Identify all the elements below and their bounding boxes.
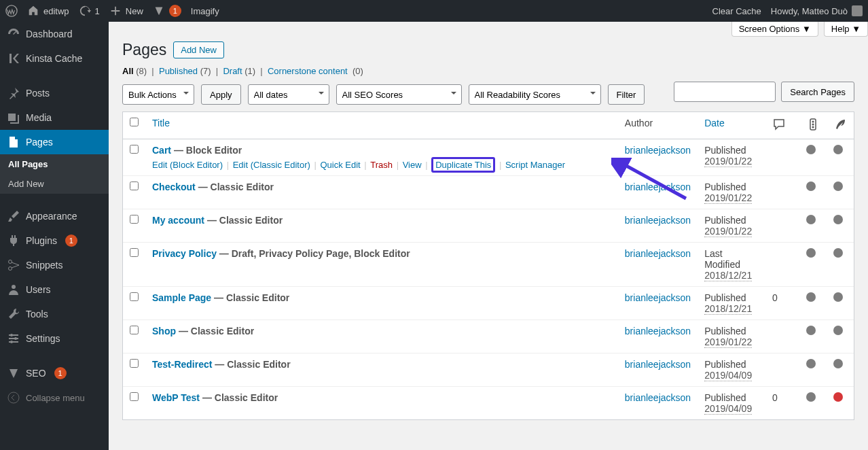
row-checkbox[interactable] xyxy=(130,292,139,301)
updates-link[interactable]: 1 xyxy=(79,5,100,17)
traffic-icon xyxy=(806,118,820,131)
menu-plugins[interactable]: Plugins1 xyxy=(0,228,109,253)
filter-button[interactable]: Filter xyxy=(608,84,645,105)
comments-cell xyxy=(765,242,799,286)
row-title-link[interactable]: Sample Page xyxy=(152,292,211,303)
action-edit-classic[interactable]: Edit (Classic Editor) xyxy=(233,160,310,170)
clear-cache-link[interactable]: Clear Cache xyxy=(712,6,761,16)
col-seo xyxy=(799,112,827,139)
site-link[interactable]: editwp xyxy=(27,5,69,17)
menu-posts[interactable]: Posts xyxy=(0,81,109,105)
row-title-link[interactable]: Test-Redirect xyxy=(152,359,212,370)
filter-all[interactable]: All xyxy=(122,66,134,76)
filter-published[interactable]: Published xyxy=(159,66,198,76)
row-checkbox[interactable] xyxy=(130,392,139,401)
menu-snippets[interactable]: Snippets xyxy=(0,253,109,277)
comments-cell xyxy=(765,319,799,353)
row-checkbox[interactable] xyxy=(130,181,139,190)
menu-kinsta[interactable]: Kinsta Cache xyxy=(0,46,109,71)
comments-cell xyxy=(765,353,799,386)
new-link[interactable]: New xyxy=(109,5,143,17)
row-checkbox[interactable] xyxy=(130,248,139,257)
col-title[interactable]: Title xyxy=(152,118,170,128)
row-state: — Classic Editor xyxy=(215,359,290,370)
wp-logo[interactable] xyxy=(5,5,18,17)
add-new-button[interactable]: Add New xyxy=(173,41,224,58)
action-script-manager[interactable]: Script Manager xyxy=(505,160,565,170)
page-icon xyxy=(7,135,20,149)
search-button[interactable]: Search Pages xyxy=(781,82,854,102)
search-input[interactable] xyxy=(674,82,776,102)
action-view[interactable]: View xyxy=(403,160,422,170)
filter-draft[interactable]: Draft xyxy=(223,66,242,76)
comments-cell: 0 xyxy=(765,386,799,419)
author-link[interactable]: brianleejackson xyxy=(625,292,691,303)
row-checkbox[interactable] xyxy=(130,215,139,224)
row-state: — Block Editor xyxy=(174,145,242,156)
readability-select[interactable]: All Readability Scores xyxy=(469,84,601,105)
row-state: — Classic Editor xyxy=(202,392,278,403)
row-title-link[interactable]: Cart xyxy=(152,145,171,156)
select-all-checkbox[interactable] xyxy=(130,118,139,126)
row-title-link[interactable]: WebP Test xyxy=(152,392,200,403)
svg-point-11 xyxy=(812,126,814,128)
apply-button[interactable]: Apply xyxy=(201,84,241,105)
author-link[interactable]: brianleejackson xyxy=(625,215,691,226)
menu-collapse[interactable]: Collapse menu xyxy=(0,385,109,410)
menu-settings[interactable]: Settings xyxy=(0,326,109,351)
menu-seo[interactable]: SEO1 xyxy=(0,361,109,385)
row-title-link[interactable]: Shop xyxy=(152,326,176,336)
seo-cell xyxy=(799,319,827,353)
author-link[interactable]: brianleejackson xyxy=(625,248,691,259)
author-link[interactable]: brianleejackson xyxy=(625,392,691,403)
menu-appearance[interactable]: Appearance xyxy=(0,204,109,228)
submenu-add-new[interactable]: Add New xyxy=(0,174,109,194)
table-row: Shop — Classic Editor brianleejackson Pu… xyxy=(123,319,854,353)
svg-point-10 xyxy=(812,124,814,126)
row-state: — Classic Editor xyxy=(207,215,283,226)
seo-select[interactable]: All SEO Scores xyxy=(336,84,462,105)
seo-count-badge: 1 xyxy=(54,367,67,379)
menu-dashboard[interactable]: Dashboard xyxy=(0,22,109,46)
menu-tools[interactable]: Tools xyxy=(0,302,109,326)
row-title-link[interactable]: Privacy Policy xyxy=(152,248,217,259)
screen-options-button[interactable]: Screen Options ▼ xyxy=(731,22,818,37)
seo-cell xyxy=(799,242,827,286)
author-link[interactable]: brianleejackson xyxy=(625,359,691,370)
date-cell: Last Modified2018/12/21 xyxy=(698,242,765,286)
svg-point-2 xyxy=(9,267,12,271)
yoast-link[interactable]: 1 xyxy=(153,5,181,17)
row-checkbox[interactable] xyxy=(130,326,139,334)
table-row: Checkout — Classic Editor brianleejackso… xyxy=(123,175,854,209)
readability-cell xyxy=(827,353,854,386)
pin-icon xyxy=(7,86,20,100)
action-edit-block[interactable]: Edit (Block Editor) xyxy=(152,160,223,170)
comments-cell xyxy=(765,209,799,242)
action-trash[interactable]: Trash xyxy=(370,160,393,170)
help-button[interactable]: Help ▼ xyxy=(824,22,868,37)
menu-users[interactable]: Users xyxy=(0,277,109,302)
menu-media[interactable]: Media xyxy=(0,105,109,130)
bulk-actions-select[interactable]: Bulk Actions xyxy=(122,84,194,105)
action-duplicate[interactable]: Duplicate This xyxy=(435,160,491,170)
plugins-count-badge: 1 xyxy=(65,235,77,247)
filter-cornerstone[interactable]: Cornerstone content xyxy=(268,66,348,76)
row-title-link[interactable]: My account xyxy=(152,215,204,226)
author-link[interactable]: brianleejackson xyxy=(625,145,691,156)
collapse-icon xyxy=(7,391,20,404)
dates-select[interactable]: All dates xyxy=(248,84,329,105)
author-link[interactable]: brianleejackson xyxy=(625,181,691,192)
account-link[interactable]: Howdy, Matteo Duò xyxy=(771,5,863,16)
imagify-link[interactable]: Imagify xyxy=(191,6,219,16)
row-title-link[interactable]: Checkout xyxy=(152,181,196,192)
submenu-all-pages[interactable]: All Pages xyxy=(0,154,109,174)
action-quick-edit[interactable]: Quick Edit xyxy=(320,160,360,170)
row-checkbox[interactable] xyxy=(130,145,139,154)
row-checkbox[interactable] xyxy=(130,359,139,368)
menu-pages[interactable]: Pages xyxy=(0,130,109,154)
svg-point-5 xyxy=(14,337,17,340)
media-icon xyxy=(7,111,20,124)
col-date[interactable]: Date xyxy=(704,118,725,128)
author-link[interactable]: brianleejackson xyxy=(625,326,691,336)
date-cell: Published2018/12/21 xyxy=(698,286,765,319)
